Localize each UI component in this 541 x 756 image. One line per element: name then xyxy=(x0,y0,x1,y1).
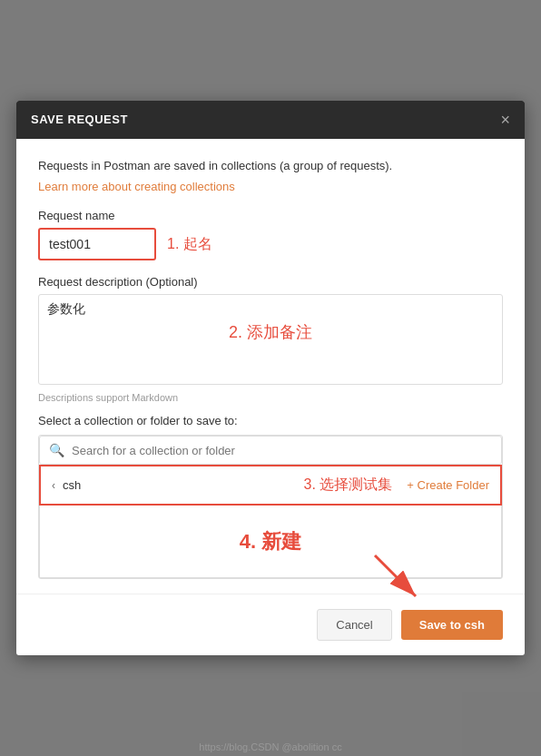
close-button[interactable]: × xyxy=(500,112,510,128)
search-input[interactable] xyxy=(72,444,492,457)
learn-more-link[interactable]: Learn more about creating collections xyxy=(38,180,235,193)
modal-overlay: SAVE REQUEST × Requests in Postman are s… xyxy=(0,0,541,756)
chevron-left-icon: ‹ xyxy=(52,479,55,492)
search-and-list-container: 🔍 ‹ csh 3. 选择测试集 + Create Folder xyxy=(38,435,503,579)
step2-label: 2. 添加备注 xyxy=(229,321,312,343)
annotation-area: 4. 新建 xyxy=(39,506,502,578)
description-text: Requests in Postman are saved in collect… xyxy=(38,157,503,175)
request-description-label: Request description (Optional) xyxy=(38,275,503,289)
collection-item-left: ‹ csh xyxy=(52,478,81,492)
collection-section-label: Select a collection or folder to save to… xyxy=(38,414,503,427)
modal-body: Requests in Postman are saved in collect… xyxy=(16,139,525,594)
create-folder-link[interactable]: + Create Folder xyxy=(407,478,489,492)
save-request-modal: SAVE REQUEST × Requests in Postman are s… xyxy=(16,101,525,656)
arrow-annotation xyxy=(370,551,425,605)
step4-label: 4. 新建 xyxy=(240,528,301,555)
request-name-label: Request name xyxy=(38,209,503,222)
collection-item-csh[interactable]: ‹ csh 3. 选择测试集 + Create Folder xyxy=(39,465,502,506)
step3-label: 3. 选择测试集 xyxy=(304,476,393,495)
collection-item-right: 3. 选择测试集 + Create Folder xyxy=(304,476,489,495)
description-field-container: 参数化 2. 添加备注 xyxy=(38,294,503,388)
collection-list: ‹ csh 3. 选择测试集 + Create Folder 4. 新建 xyxy=(39,465,502,578)
modal-header: SAVE REQUEST × xyxy=(16,101,525,139)
search-container: 🔍 xyxy=(39,436,502,465)
request-name-row: 1. 起名 xyxy=(38,228,503,260)
collection-item-name: csh xyxy=(63,478,81,492)
search-icon: 🔍 xyxy=(49,443,64,457)
save-button[interactable]: Save to csh xyxy=(401,610,503,640)
cancel-button[interactable]: Cancel xyxy=(317,609,391,641)
request-name-input[interactable] xyxy=(38,228,156,260)
svg-line-1 xyxy=(375,555,416,596)
modal-footer: Cancel Save to csh xyxy=(16,594,525,655)
step1-label: 1. 起名 xyxy=(167,235,212,254)
markdown-hint: Descriptions support Markdown xyxy=(38,392,503,403)
modal-title: SAVE REQUEST xyxy=(31,113,128,126)
